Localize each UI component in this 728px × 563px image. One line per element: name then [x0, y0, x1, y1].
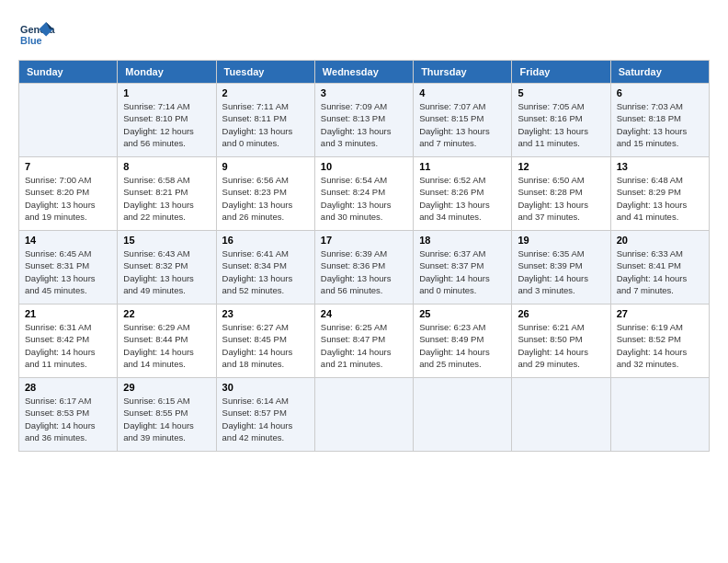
day-info: Sunrise: 6:41 AMSunset: 8:34 PMDaylight:…	[222, 247, 309, 296]
day-cell: 9Sunrise: 6:56 AMSunset: 8:23 PMDaylight…	[216, 157, 314, 231]
day-number: 13	[617, 161, 703, 172]
week-row-1: 1Sunrise: 7:14 AMSunset: 8:10 PMDaylight…	[19, 84, 710, 157]
day-info: Sunrise: 7:09 AMSunset: 8:13 PMDaylight:…	[321, 100, 407, 149]
week-row-3: 14Sunrise: 6:45 AMSunset: 8:31 PMDayligh…	[19, 231, 710, 304]
day-number: 28	[25, 382, 111, 393]
day-cell: 8Sunrise: 6:58 AMSunset: 8:21 PMDaylight…	[118, 157, 216, 231]
day-number: 24	[321, 308, 407, 319]
day-info: Sunrise: 7:14 AMSunset: 8:10 PMDaylight:…	[123, 100, 210, 149]
day-info: Sunrise: 6:56 AMSunset: 8:23 PMDaylight:…	[222, 174, 309, 223]
day-cell: 15Sunrise: 6:43 AMSunset: 8:32 PMDayligh…	[118, 231, 216, 304]
week-row-2: 7Sunrise: 7:00 AMSunset: 8:20 PMDaylight…	[19, 157, 710, 231]
day-number: 19	[518, 235, 604, 246]
day-cell: 18Sunrise: 6:37 AMSunset: 8:37 PMDayligh…	[414, 231, 512, 304]
day-number: 7	[25, 161, 111, 172]
day-number: 16	[222, 235, 309, 246]
day-number: 5	[518, 87, 604, 98]
calendar-body: 1Sunrise: 7:14 AMSunset: 8:10 PMDaylight…	[19, 84, 710, 452]
day-info: Sunrise: 7:00 AMSunset: 8:20 PMDaylight:…	[25, 174, 111, 223]
day-info: Sunrise: 7:03 AMSunset: 8:18 PMDaylight:…	[617, 100, 703, 149]
day-info: Sunrise: 6:54 AMSunset: 8:24 PMDaylight:…	[321, 174, 407, 223]
day-number: 29	[123, 382, 210, 393]
header-cell-tuesday: Tuesday	[216, 61, 314, 84]
day-number: 11	[419, 161, 506, 172]
day-number: 18	[419, 235, 506, 246]
day-cell	[512, 378, 610, 452]
day-cell: 4Sunrise: 7:07 AMSunset: 8:15 PMDaylight…	[414, 84, 512, 157]
logo: General Blue	[18, 18, 59, 51]
day-number: 9	[222, 161, 309, 172]
day-cell: 28Sunrise: 6:17 AMSunset: 8:53 PMDayligh…	[19, 378, 118, 452]
day-cell: 24Sunrise: 6:25 AMSunset: 8:47 PMDayligh…	[314, 304, 413, 378]
day-info: Sunrise: 6:48 AMSunset: 8:29 PMDaylight:…	[617, 174, 703, 223]
day-info: Sunrise: 6:39 AMSunset: 8:36 PMDaylight:…	[321, 247, 407, 296]
day-number: 14	[25, 235, 111, 246]
day-info: Sunrise: 6:15 AMSunset: 8:55 PMDaylight:…	[123, 395, 210, 443]
day-cell: 22Sunrise: 6:29 AMSunset: 8:44 PMDayligh…	[118, 304, 216, 378]
logo-icon: General Blue	[18, 18, 55, 51]
day-info: Sunrise: 6:19 AMSunset: 8:52 PMDaylight:…	[617, 321, 703, 370]
day-info: Sunrise: 6:29 AMSunset: 8:44 PMDaylight:…	[123, 321, 210, 370]
header-cell-saturday: Saturday	[610, 61, 709, 84]
day-cell: 10Sunrise: 6:54 AMSunset: 8:24 PMDayligh…	[314, 157, 413, 231]
day-cell: 1Sunrise: 7:14 AMSunset: 8:10 PMDaylight…	[118, 84, 216, 157]
day-cell: 6Sunrise: 7:03 AMSunset: 8:18 PMDaylight…	[610, 84, 709, 157]
day-cell: 20Sunrise: 6:33 AMSunset: 8:41 PMDayligh…	[610, 231, 709, 304]
week-row-5: 28Sunrise: 6:17 AMSunset: 8:53 PMDayligh…	[19, 378, 710, 452]
day-number: 21	[25, 308, 111, 319]
svg-text:Blue: Blue	[20, 35, 42, 46]
day-info: Sunrise: 7:05 AMSunset: 8:16 PMDaylight:…	[518, 100, 604, 149]
page-header: General Blue	[18, 18, 710, 51]
day-cell: 7Sunrise: 7:00 AMSunset: 8:20 PMDaylight…	[19, 157, 118, 231]
day-cell: 23Sunrise: 6:27 AMSunset: 8:45 PMDayligh…	[216, 304, 314, 378]
day-cell: 12Sunrise: 6:50 AMSunset: 8:28 PMDayligh…	[512, 157, 610, 231]
day-info: Sunrise: 6:50 AMSunset: 8:28 PMDaylight:…	[518, 174, 604, 223]
day-cell	[610, 378, 709, 452]
header-row: SundayMondayTuesdayWednesdayThursdayFrid…	[19, 61, 710, 84]
calendar-table: SundayMondayTuesdayWednesdayThursdayFrid…	[18, 60, 710, 452]
day-number: 25	[419, 308, 506, 319]
day-cell: 3Sunrise: 7:09 AMSunset: 8:13 PMDaylight…	[314, 84, 413, 157]
calendar-header: SundayMondayTuesdayWednesdayThursdayFrid…	[19, 61, 710, 84]
header-cell-friday: Friday	[512, 61, 610, 84]
day-number: 10	[321, 161, 407, 172]
day-info: Sunrise: 6:21 AMSunset: 8:50 PMDaylight:…	[518, 321, 604, 370]
day-info: Sunrise: 6:17 AMSunset: 8:53 PMDaylight:…	[25, 395, 111, 443]
day-cell	[314, 378, 413, 452]
day-info: Sunrise: 7:11 AMSunset: 8:11 PMDaylight:…	[222, 100, 309, 149]
day-number: 26	[518, 308, 604, 319]
day-cell: 17Sunrise: 6:39 AMSunset: 8:36 PMDayligh…	[314, 231, 413, 304]
day-cell: 26Sunrise: 6:21 AMSunset: 8:50 PMDayligh…	[512, 304, 610, 378]
day-cell: 21Sunrise: 6:31 AMSunset: 8:42 PMDayligh…	[19, 304, 118, 378]
day-number: 4	[419, 87, 506, 98]
day-cell: 27Sunrise: 6:19 AMSunset: 8:52 PMDayligh…	[610, 304, 709, 378]
day-cell: 19Sunrise: 6:35 AMSunset: 8:39 PMDayligh…	[512, 231, 610, 304]
day-cell: 29Sunrise: 6:15 AMSunset: 8:55 PMDayligh…	[118, 378, 216, 452]
day-number: 6	[617, 87, 703, 98]
day-cell: 16Sunrise: 6:41 AMSunset: 8:34 PMDayligh…	[216, 231, 314, 304]
day-info: Sunrise: 6:35 AMSunset: 8:39 PMDaylight:…	[518, 247, 604, 296]
day-info: Sunrise: 7:07 AMSunset: 8:15 PMDaylight:…	[419, 100, 506, 149]
day-cell: 25Sunrise: 6:23 AMSunset: 8:49 PMDayligh…	[414, 304, 512, 378]
day-cell: 30Sunrise: 6:14 AMSunset: 8:57 PMDayligh…	[216, 378, 314, 452]
day-cell: 11Sunrise: 6:52 AMSunset: 8:26 PMDayligh…	[414, 157, 512, 231]
day-cell: 14Sunrise: 6:45 AMSunset: 8:31 PMDayligh…	[19, 231, 118, 304]
day-number: 15	[123, 235, 210, 246]
day-cell	[19, 84, 118, 157]
day-number: 20	[617, 235, 703, 246]
day-info: Sunrise: 6:31 AMSunset: 8:42 PMDaylight:…	[25, 321, 111, 370]
day-number: 3	[321, 87, 407, 98]
day-info: Sunrise: 6:43 AMSunset: 8:32 PMDaylight:…	[123, 247, 210, 296]
day-number: 22	[123, 308, 210, 319]
header-cell-monday: Monday	[118, 61, 216, 84]
day-number: 8	[123, 161, 210, 172]
day-number: 23	[222, 308, 309, 319]
day-info: Sunrise: 6:33 AMSunset: 8:41 PMDaylight:…	[617, 247, 703, 296]
day-info: Sunrise: 6:27 AMSunset: 8:45 PMDaylight:…	[222, 321, 309, 370]
day-number: 30	[222, 382, 309, 393]
day-info: Sunrise: 6:45 AMSunset: 8:31 PMDaylight:…	[25, 247, 111, 296]
header-cell-wednesday: Wednesday	[314, 61, 413, 84]
day-number: 27	[617, 308, 703, 319]
day-info: Sunrise: 6:52 AMSunset: 8:26 PMDaylight:…	[419, 174, 506, 223]
day-cell: 5Sunrise: 7:05 AMSunset: 8:16 PMDaylight…	[512, 84, 610, 157]
